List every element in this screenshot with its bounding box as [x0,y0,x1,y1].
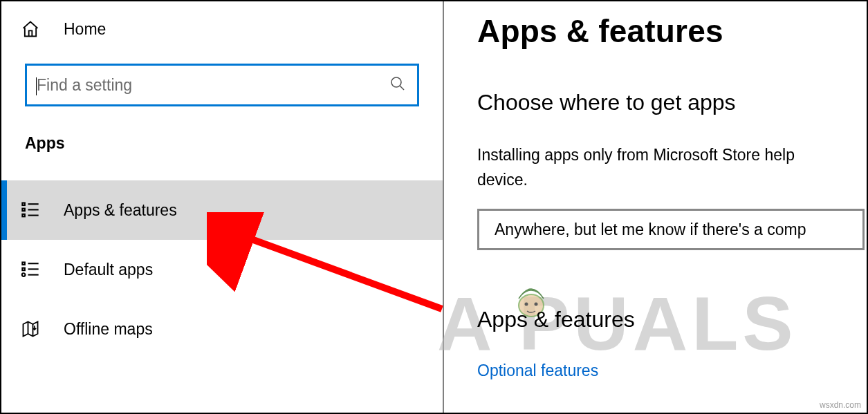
section-heading-choose: Choose where to get apps [477,90,867,115]
dropdown-value: Anywhere, but let me know if there's a c… [495,220,806,239]
watermark-source: wsxdn.com [820,400,861,410]
home-label: Home [64,20,106,39]
section-heading-apps-features: Apps & features [477,307,867,332]
optional-features-link[interactable]: Optional features [477,361,598,380]
svg-rect-9 [22,268,25,271]
search-icon [389,75,406,95]
defaults-icon [21,260,40,279]
svg-rect-4 [22,214,25,217]
sidebar-item-label: Default apps [64,261,153,279]
home-icon [21,19,40,39]
page-title: Apps & features [477,12,867,50]
search-input[interactable]: Find a setting [25,64,419,106]
sidebar-item-default-apps[interactable]: Default apps [1,240,443,299]
svg-point-0 [391,77,401,87]
svg-line-1 [400,86,404,90]
svg-rect-8 [22,263,25,265]
map-icon [21,319,40,339]
main-panel: Apps & features Choose where to get apps… [444,1,867,413]
svg-rect-3 [22,209,25,211]
home-link[interactable]: Home [1,7,443,51]
svg-rect-2 [22,203,25,206]
sidebar-item-offline-maps[interactable]: Offline maps [1,299,443,359]
sidebar-section-title: Apps [1,106,443,153]
app-source-dropdown[interactable]: Anywhere, but let me know if there's a c… [477,209,865,250]
list-icon [21,200,40,220]
sidebar-item-apps-features[interactable]: Apps & features [1,180,443,240]
search-placeholder: Find a setting [37,76,132,95]
sidebar-nav: Apps & features Default apps [1,180,443,359]
sidebar: Home Find a setting Apps [1,1,444,413]
sidebar-item-label: Apps & features [64,201,177,220]
section-description: Installing apps only from Microsoft Stor… [477,143,867,192]
svg-point-10 [22,273,26,276]
sidebar-item-label: Offline maps [64,320,153,339]
